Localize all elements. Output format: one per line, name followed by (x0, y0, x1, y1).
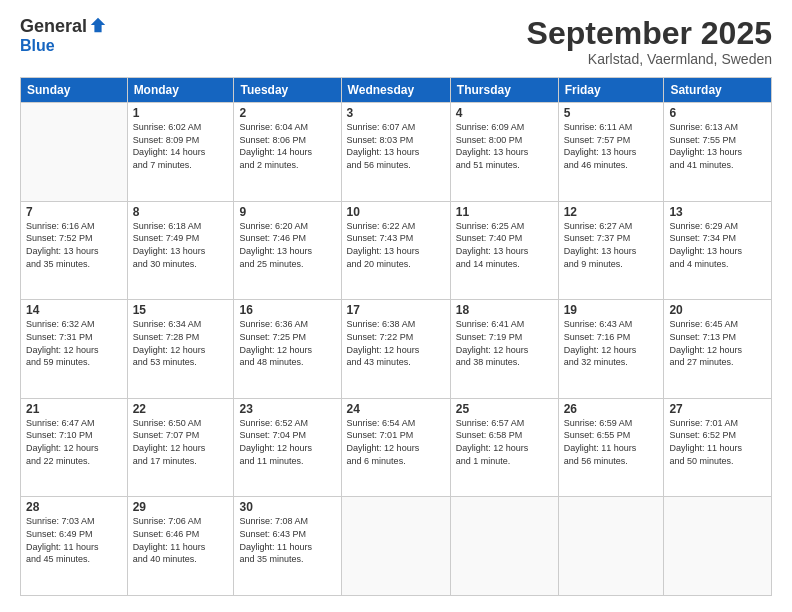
day-number: 9 (239, 205, 335, 219)
week-row-3: 14Sunrise: 6:32 AMSunset: 7:31 PMDayligh… (21, 300, 772, 399)
title-block: September 2025 Karlstad, Vaermland, Swed… (527, 16, 772, 67)
calendar-cell: 28Sunrise: 7:03 AMSunset: 6:49 PMDayligh… (21, 497, 128, 596)
calendar-cell: 25Sunrise: 6:57 AMSunset: 6:58 PMDayligh… (450, 398, 558, 497)
day-number: 29 (133, 500, 229, 514)
weekday-header-tuesday: Tuesday (234, 78, 341, 103)
calendar-cell: 12Sunrise: 6:27 AMSunset: 7:37 PMDayligh… (558, 201, 664, 300)
calendar-cell: 7Sunrise: 6:16 AMSunset: 7:52 PMDaylight… (21, 201, 128, 300)
logo-blue-text: Blue (20, 37, 55, 54)
day-number: 2 (239, 106, 335, 120)
calendar-cell: 2Sunrise: 6:04 AMSunset: 8:06 PMDaylight… (234, 103, 341, 202)
day-number: 25 (456, 402, 553, 416)
calendar-cell: 8Sunrise: 6:18 AMSunset: 7:49 PMDaylight… (127, 201, 234, 300)
weekday-header-sunday: Sunday (21, 78, 128, 103)
day-info: Sunrise: 6:52 AMSunset: 7:04 PMDaylight:… (239, 417, 335, 467)
calendar-cell: 20Sunrise: 6:45 AMSunset: 7:13 PMDayligh… (664, 300, 772, 399)
logo: General Blue (20, 16, 107, 55)
calendar-cell: 24Sunrise: 6:54 AMSunset: 7:01 PMDayligh… (341, 398, 450, 497)
day-info: Sunrise: 6:57 AMSunset: 6:58 PMDaylight:… (456, 417, 553, 467)
day-number: 10 (347, 205, 445, 219)
calendar-cell: 10Sunrise: 6:22 AMSunset: 7:43 PMDayligh… (341, 201, 450, 300)
weekday-header-thursday: Thursday (450, 78, 558, 103)
location: Karlstad, Vaermland, Sweden (527, 51, 772, 67)
week-row-5: 28Sunrise: 7:03 AMSunset: 6:49 PMDayligh… (21, 497, 772, 596)
calendar-cell (341, 497, 450, 596)
calendar-cell (450, 497, 558, 596)
calendar-cell: 3Sunrise: 6:07 AMSunset: 8:03 PMDaylight… (341, 103, 450, 202)
day-info: Sunrise: 6:16 AMSunset: 7:52 PMDaylight:… (26, 220, 122, 270)
day-info: Sunrise: 6:38 AMSunset: 7:22 PMDaylight:… (347, 318, 445, 368)
calendar-cell: 1Sunrise: 6:02 AMSunset: 8:09 PMDaylight… (127, 103, 234, 202)
day-info: Sunrise: 6:18 AMSunset: 7:49 PMDaylight:… (133, 220, 229, 270)
calendar-cell: 19Sunrise: 6:43 AMSunset: 7:16 PMDayligh… (558, 300, 664, 399)
calendar-cell (558, 497, 664, 596)
day-number: 19 (564, 303, 659, 317)
day-number: 17 (347, 303, 445, 317)
calendar-cell: 4Sunrise: 6:09 AMSunset: 8:00 PMDaylight… (450, 103, 558, 202)
day-info: Sunrise: 6:54 AMSunset: 7:01 PMDaylight:… (347, 417, 445, 467)
logo-icon (89, 16, 107, 34)
calendar-cell: 11Sunrise: 6:25 AMSunset: 7:40 PMDayligh… (450, 201, 558, 300)
svg-marker-0 (91, 17, 105, 31)
day-number: 18 (456, 303, 553, 317)
calendar-cell: 13Sunrise: 6:29 AMSunset: 7:34 PMDayligh… (664, 201, 772, 300)
month-title: September 2025 (527, 16, 772, 51)
day-number: 27 (669, 402, 766, 416)
day-info: Sunrise: 6:25 AMSunset: 7:40 PMDaylight:… (456, 220, 553, 270)
day-number: 11 (456, 205, 553, 219)
calendar-cell: 26Sunrise: 6:59 AMSunset: 6:55 PMDayligh… (558, 398, 664, 497)
day-number: 7 (26, 205, 122, 219)
day-info: Sunrise: 6:07 AMSunset: 8:03 PMDaylight:… (347, 121, 445, 171)
day-info: Sunrise: 6:02 AMSunset: 8:09 PMDaylight:… (133, 121, 229, 171)
day-info: Sunrise: 6:41 AMSunset: 7:19 PMDaylight:… (456, 318, 553, 368)
calendar-cell (21, 103, 128, 202)
day-number: 12 (564, 205, 659, 219)
calendar: SundayMondayTuesdayWednesdayThursdayFrid… (20, 77, 772, 596)
day-number: 26 (564, 402, 659, 416)
day-number: 20 (669, 303, 766, 317)
day-info: Sunrise: 6:45 AMSunset: 7:13 PMDaylight:… (669, 318, 766, 368)
day-number: 28 (26, 500, 122, 514)
calendar-cell: 17Sunrise: 6:38 AMSunset: 7:22 PMDayligh… (341, 300, 450, 399)
day-number: 23 (239, 402, 335, 416)
week-row-4: 21Sunrise: 6:47 AMSunset: 7:10 PMDayligh… (21, 398, 772, 497)
day-info: Sunrise: 6:32 AMSunset: 7:31 PMDaylight:… (26, 318, 122, 368)
calendar-cell: 22Sunrise: 6:50 AMSunset: 7:07 PMDayligh… (127, 398, 234, 497)
calendar-cell (664, 497, 772, 596)
day-number: 14 (26, 303, 122, 317)
day-info: Sunrise: 7:01 AMSunset: 6:52 PMDaylight:… (669, 417, 766, 467)
day-info: Sunrise: 6:29 AMSunset: 7:34 PMDaylight:… (669, 220, 766, 270)
weekday-header-wednesday: Wednesday (341, 78, 450, 103)
day-info: Sunrise: 6:13 AMSunset: 7:55 PMDaylight:… (669, 121, 766, 171)
calendar-cell: 9Sunrise: 6:20 AMSunset: 7:46 PMDaylight… (234, 201, 341, 300)
calendar-cell: 30Sunrise: 7:08 AMSunset: 6:43 PMDayligh… (234, 497, 341, 596)
weekday-header-saturday: Saturday (664, 78, 772, 103)
day-number: 8 (133, 205, 229, 219)
calendar-cell: 29Sunrise: 7:06 AMSunset: 6:46 PMDayligh… (127, 497, 234, 596)
day-info: Sunrise: 6:47 AMSunset: 7:10 PMDaylight:… (26, 417, 122, 467)
day-number: 13 (669, 205, 766, 219)
day-info: Sunrise: 7:06 AMSunset: 6:46 PMDaylight:… (133, 515, 229, 565)
day-number: 1 (133, 106, 229, 120)
weekday-header-monday: Monday (127, 78, 234, 103)
day-info: Sunrise: 6:34 AMSunset: 7:28 PMDaylight:… (133, 318, 229, 368)
day-info: Sunrise: 6:11 AMSunset: 7:57 PMDaylight:… (564, 121, 659, 171)
calendar-cell: 6Sunrise: 6:13 AMSunset: 7:55 PMDaylight… (664, 103, 772, 202)
calendar-cell: 16Sunrise: 6:36 AMSunset: 7:25 PMDayligh… (234, 300, 341, 399)
day-number: 16 (239, 303, 335, 317)
day-info: Sunrise: 6:27 AMSunset: 7:37 PMDaylight:… (564, 220, 659, 270)
day-info: Sunrise: 7:03 AMSunset: 6:49 PMDaylight:… (26, 515, 122, 565)
day-number: 5 (564, 106, 659, 120)
weekday-header-friday: Friday (558, 78, 664, 103)
day-number: 6 (669, 106, 766, 120)
calendar-cell: 5Sunrise: 6:11 AMSunset: 7:57 PMDaylight… (558, 103, 664, 202)
day-number: 22 (133, 402, 229, 416)
calendar-header-row: SundayMondayTuesdayWednesdayThursdayFrid… (21, 78, 772, 103)
day-number: 30 (239, 500, 335, 514)
day-number: 24 (347, 402, 445, 416)
calendar-cell: 21Sunrise: 6:47 AMSunset: 7:10 PMDayligh… (21, 398, 128, 497)
calendar-cell: 27Sunrise: 7:01 AMSunset: 6:52 PMDayligh… (664, 398, 772, 497)
day-info: Sunrise: 6:36 AMSunset: 7:25 PMDaylight:… (239, 318, 335, 368)
calendar-cell: 23Sunrise: 6:52 AMSunset: 7:04 PMDayligh… (234, 398, 341, 497)
day-info: Sunrise: 6:20 AMSunset: 7:46 PMDaylight:… (239, 220, 335, 270)
